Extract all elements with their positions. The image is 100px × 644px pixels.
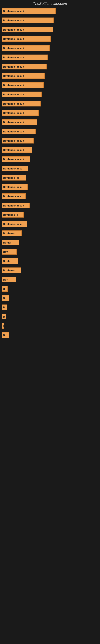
bottleneck-label: Bottleneck result xyxy=(3,121,24,124)
list-item: Bottleneck result xyxy=(1,101,100,106)
list-item: Bottleneck result xyxy=(1,36,100,42)
list-item: Bottleneck result xyxy=(1,73,100,79)
list-item: Bottleneck r xyxy=(1,212,100,218)
list-item: Bottleneck result xyxy=(1,8,100,14)
list-item: Bottleneck re xyxy=(1,175,100,180)
list-item: Bottleneck result xyxy=(1,147,100,153)
list-item: Bottleneck result xyxy=(1,18,100,23)
list-item: Bottleneck result xyxy=(1,27,100,32)
list-item: Bo xyxy=(1,295,100,301)
bottleneck-label: Bottleneck resu xyxy=(3,186,23,188)
list-item: Bottleneck result xyxy=(1,45,100,51)
bottleneck-label: Bottle xyxy=(3,260,10,263)
bottleneck-label: Bottleneck res xyxy=(3,195,21,198)
list-item: Bottleneck result xyxy=(1,203,100,208)
bottleneck-label: Bottleneck result xyxy=(3,112,24,114)
list-item: Bottleneck result xyxy=(1,64,100,70)
bottleneck-label: Bottleneck result xyxy=(3,139,24,142)
bottleneck-label: Bottler xyxy=(3,241,11,244)
bottleneck-label: Bottleneck r xyxy=(3,213,18,216)
list-item: Bottleneck result xyxy=(1,138,100,144)
list-item: Bottleneck result xyxy=(1,110,100,116)
list-item: Bottle xyxy=(1,258,100,264)
list-item: Bottleneck result xyxy=(1,92,100,97)
list-item: B xyxy=(1,286,100,292)
bottleneck-label: Bottleneck resu xyxy=(3,167,23,170)
list-item: Bottlenec xyxy=(1,230,100,236)
list-item: Bottleneck resu xyxy=(1,221,100,227)
list-item: Bottleneck res xyxy=(1,194,100,199)
bottleneck-label: Bottleneck result xyxy=(3,47,24,50)
list-item: Bottleneck result xyxy=(1,119,100,125)
list-item: | xyxy=(1,323,100,329)
list-item: Bott xyxy=(1,249,100,254)
bottleneck-label: B xyxy=(3,288,5,290)
list-item: Bottlenec xyxy=(1,268,100,273)
bottleneck-label: Bottleneck result xyxy=(3,148,24,152)
list-item: Bottleneck result xyxy=(1,82,100,88)
list-item: Bottleneck resu xyxy=(1,184,100,190)
list-item: Bottleneck result xyxy=(1,156,100,162)
site-title: TheBottlenecker.com xyxy=(0,0,100,8)
bottleneck-label: Bottlenec xyxy=(3,232,15,235)
bottleneck-label: Bottleneck result xyxy=(3,19,24,22)
bottleneck-label: Bottleneck result xyxy=(3,74,24,78)
bottleneck-label: | xyxy=(3,324,4,328)
list-item: Bott xyxy=(1,277,100,282)
bottleneck-label: Bottleneck result xyxy=(3,204,24,207)
bottleneck-label: Bottlenec xyxy=(3,269,15,272)
bottleneck-label: Bottleneck result xyxy=(3,38,24,40)
bottleneck-label: Bott xyxy=(3,278,8,281)
bottleneck-label: B xyxy=(3,306,5,309)
list-item: B xyxy=(1,304,100,310)
list-item: Bottleneck result xyxy=(1,54,100,60)
list-item: Bottler xyxy=(1,240,100,245)
bottleneck-label: Bott xyxy=(3,250,8,253)
list-item: Bo xyxy=(1,332,100,338)
list-item: Bottleneck resu xyxy=(1,166,100,171)
list-item: Bottleneck result xyxy=(1,128,100,134)
bottleneck-label: Bottleneck result xyxy=(3,158,24,161)
bottleneck-label: Bottleneck result xyxy=(3,102,24,105)
bottleneck-label: B xyxy=(3,315,5,318)
bottleneck-label: Bo xyxy=(3,297,6,300)
bottleneck-label: Bottleneck result xyxy=(3,93,24,96)
bottleneck-label: Bottleneck result xyxy=(3,56,24,59)
bottleneck-label: Bottleneck resu xyxy=(3,222,23,226)
bottleneck-label: Bottleneck result xyxy=(3,65,24,68)
bottleneck-label: Bottleneck result xyxy=(3,84,24,87)
bottleneck-label: Bottleneck result xyxy=(3,130,24,133)
list-item: B xyxy=(1,314,100,320)
bottleneck-label: Bottleneck re xyxy=(3,176,19,179)
bottleneck-label: Bottleneck result xyxy=(3,10,24,13)
bottleneck-label: Bottleneck result xyxy=(3,28,24,31)
bottleneck-label: Bo xyxy=(3,334,6,337)
